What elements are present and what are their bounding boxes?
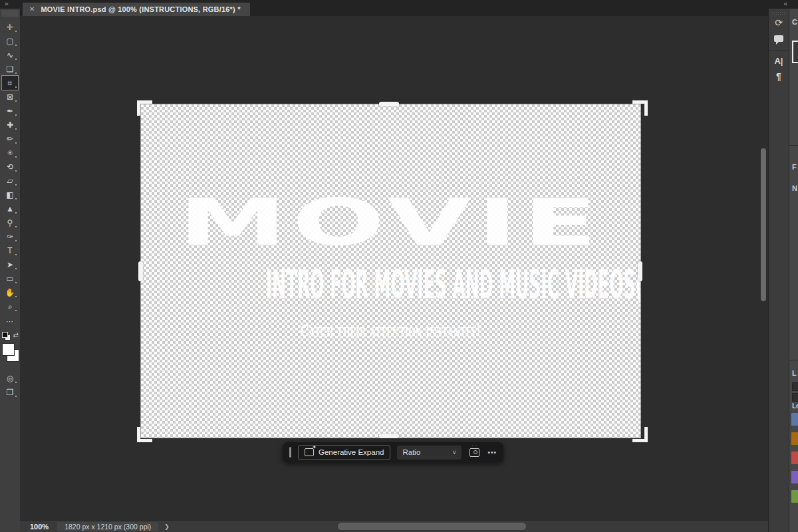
crop-handle-top-left[interactable] xyxy=(137,100,152,116)
screen-mode-icon: ❐ xyxy=(7,388,14,396)
hand-tool[interactable]: ✋ xyxy=(2,285,18,299)
pen-icon: ✑ xyxy=(7,233,13,241)
paint-bucket-tool[interactable]: ◧ xyxy=(2,188,18,201)
default-colors-control[interactable]: ⇄ xyxy=(1,331,19,340)
zoom-level-field[interactable]: 100% xyxy=(30,523,49,531)
crop-handle-left[interactable] xyxy=(138,261,143,281)
version-history-panel-button[interactable]: ⟳ xyxy=(770,15,787,31)
document-tab[interactable]: ✕ MOVIE INTRO.psd @ 100% (INSTRUCTIONS, … xyxy=(23,3,250,16)
layer-color-chip[interactable] xyxy=(791,490,798,503)
default-colors-icon[interactable] xyxy=(2,332,8,338)
paragraph-panel-button[interactable]: ¶ xyxy=(770,68,787,84)
zoom-icon: ⌕ xyxy=(8,303,13,311)
dodge-tool[interactable]: ⚲ xyxy=(2,215,18,229)
dock-collapse-icon[interactable]: « xyxy=(783,0,787,7)
color-swatch-fragment[interactable] xyxy=(792,41,798,63)
move-tool[interactable]: ✛ xyxy=(2,20,18,34)
swap-colors-icon[interactable]: ⇄ xyxy=(13,331,19,338)
lasso-icon: ∿ xyxy=(7,51,13,59)
ratio-dropdown-value: Ratio xyxy=(402,448,420,456)
close-icon[interactable]: ✕ xyxy=(29,6,35,13)
panel-tab-fragment: C xyxy=(792,18,797,26)
crop-tool[interactable]: ⌗ xyxy=(2,76,18,90)
eyedropper-icon: ✒ xyxy=(7,107,13,115)
document-tab-bar: » ✕ MOVIE INTRO.psd @ 100% (INSTRUCTIONS… xyxy=(0,0,798,16)
generative-expand-icon xyxy=(305,448,314,456)
marquee-icon: ▢ xyxy=(6,37,13,45)
canvas-headline-text: MOVIE xyxy=(141,191,640,255)
frame-icon: ⊠ xyxy=(7,93,13,101)
crop-handle-bottom-right[interactable] xyxy=(632,427,648,442)
type-icon: T xyxy=(7,247,12,255)
screen-mode-button[interactable]: ❐ xyxy=(2,385,18,399)
eyedropper-tool[interactable]: ✒ xyxy=(2,104,18,118)
layer-color-chip[interactable] xyxy=(791,471,798,483)
zoom-tool[interactable]: ⌕ xyxy=(2,299,18,313)
clone-stamp-tool[interactable]: ⍟ xyxy=(2,146,18,160)
hand-icon: ✋ xyxy=(5,289,15,297)
foreground-color-swatch[interactable] xyxy=(2,343,15,356)
brush-icon: ✏ xyxy=(7,135,13,143)
canvas-workspace: MOVIE INTRO FOR MOVIES AND MUSIC VIDEOS(… xyxy=(20,16,768,520)
tools-panel-grip[interactable] xyxy=(1,10,19,17)
ratio-dropdown[interactable]: Ratio ∨ xyxy=(397,446,462,460)
history-brush-tool[interactable]: ⟲ xyxy=(2,160,18,174)
more-options-icon[interactable]: ••• xyxy=(487,449,497,456)
rectangle-icon: ▭ xyxy=(6,275,13,283)
document-dimensions: 1820 px x 1210 px (300 ppi) xyxy=(57,522,158,531)
vertical-scrollbar[interactable] xyxy=(761,148,766,301)
camera-icon[interactable] xyxy=(469,448,479,457)
foreground-background-swatches[interactable] xyxy=(1,343,19,364)
rectangular-marquee-tool[interactable]: ▢ xyxy=(2,34,18,48)
photoshop-window: » ✕ MOVIE INTRO.psd @ 100% (INSTRUCTIONS… xyxy=(0,0,798,532)
lasso-tool[interactable]: ∿ xyxy=(2,48,18,62)
crop-handle-top-right[interactable] xyxy=(632,100,648,116)
object-selection-icon: ❏ xyxy=(7,65,14,73)
history-brush-icon: ⟲ xyxy=(7,163,13,171)
panel-button-fragment[interactable] xyxy=(792,382,798,391)
brush-tool[interactable]: ✏ xyxy=(2,132,18,146)
rectangle-shape-tool[interactable]: ▭ xyxy=(2,271,18,285)
task-bar-drag-handle[interactable] xyxy=(289,447,291,458)
eraser-tool[interactable]: ▱ xyxy=(2,174,18,188)
dodge-icon: ⚲ xyxy=(7,219,13,227)
character-panel-button[interactable]: A| xyxy=(770,53,787,68)
chevron-down-icon: ∨ xyxy=(452,449,457,456)
frame-tool[interactable]: ⊠ xyxy=(2,90,18,104)
horizontal-scrollbar[interactable] xyxy=(338,523,526,530)
generative-expand-button[interactable]: Generative Expand xyxy=(298,445,390,460)
layer-color-chip[interactable] xyxy=(791,413,798,426)
quick-mask-button[interactable]: ◎ xyxy=(2,371,18,385)
crop-handle-bottom[interactable] xyxy=(379,434,399,438)
status-chevron-icon[interactable]: ❯ xyxy=(164,523,170,530)
crop-handle-bottom-left[interactable] xyxy=(137,427,152,442)
crop-icon: ⌗ xyxy=(8,79,13,87)
status-bar: 100% 1820 px x 1210 px (300 ppi) ❯ xyxy=(20,520,768,532)
panel-label-fragment: N xyxy=(792,184,797,192)
spot-healing-tool[interactable]: ✚ xyxy=(2,118,18,132)
document-canvas[interactable]: MOVIE INTRO FOR MOVIES AND MUSIC VIDEOS(… xyxy=(141,104,640,438)
pen-tool[interactable]: ✑ xyxy=(2,229,18,243)
blur-icon: ▲ xyxy=(6,205,14,213)
object-selection-tool[interactable]: ❏ xyxy=(2,62,18,76)
document-title: MOVIE INTRO.psd @ 100% (INSTRUCTIONS, RG… xyxy=(41,5,240,13)
crop-handle-right[interactable] xyxy=(638,261,642,281)
spot-healing-icon: ✚ xyxy=(7,121,13,129)
path-selection-tool[interactable]: ➤ xyxy=(2,257,18,271)
layer-color-chip[interactable] xyxy=(791,432,798,445)
paragraph-panel-icon: ¶ xyxy=(776,71,781,82)
path-selection-icon: ➤ xyxy=(7,261,13,269)
comments-panel-button[interactable] xyxy=(770,31,787,47)
version-history-icon: ⟳ xyxy=(775,17,783,28)
crop-handle-top[interactable] xyxy=(379,102,399,106)
layer-color-chip[interactable] xyxy=(791,452,798,464)
blur-tool[interactable]: ▲ xyxy=(2,201,18,215)
edit-toolbar-ellipsis-icon[interactable]: ⋯ xyxy=(6,317,14,326)
panel-button-fragment[interactable] xyxy=(792,393,798,402)
toolbar-expand-icon[interactable]: » xyxy=(5,0,9,7)
eraser-icon: ▱ xyxy=(7,177,13,185)
paint-bucket-icon: ◧ xyxy=(6,191,13,199)
panel-label-fragment: F xyxy=(792,163,797,171)
right-panel-dock: ⟳ A| ¶ xyxy=(768,9,789,532)
type-tool[interactable]: T xyxy=(2,243,18,257)
